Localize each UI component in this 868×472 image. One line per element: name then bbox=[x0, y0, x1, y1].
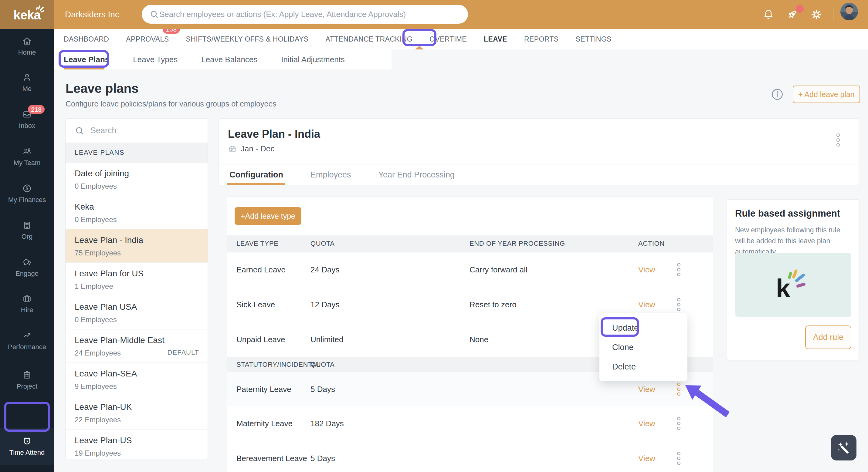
sidebar-item-my-finances[interactable]: My Finances bbox=[0, 183, 54, 204]
list-item-keka[interactable]: Keka 0 Employees bbox=[66, 196, 208, 229]
hire-icon bbox=[22, 293, 32, 304]
magic-wand-button[interactable] bbox=[831, 435, 857, 461]
sidebar-label: Engage bbox=[0, 270, 54, 278]
sidebar-label: Project bbox=[0, 382, 54, 390]
list-item-leave-plan-uk[interactable]: Leave Plan-UK 22 Employees bbox=[66, 396, 208, 429]
tab-dashboard[interactable]: DASHBOARD bbox=[64, 35, 109, 43]
plans-search-input[interactable] bbox=[90, 126, 191, 135]
sidebar-item-time-attend[interactable]: Time Attend bbox=[0, 435, 54, 457]
magic-wand-icon bbox=[835, 439, 852, 456]
add-leave-type-button[interactable]: +Add leave type bbox=[235, 207, 301, 225]
person-icon bbox=[22, 72, 32, 83]
add-rule-button[interactable]: Add rule bbox=[805, 325, 851, 349]
list-item-leave-plan-us[interactable]: Leave Plan-US 19 Employees bbox=[66, 429, 208, 459]
tab-employees[interactable]: Employees bbox=[310, 164, 351, 185]
plans-list-header: LEAVE PLANS bbox=[66, 143, 208, 162]
view-link[interactable]: View bbox=[638, 300, 655, 309]
tab-approvals[interactable]: APPROVALS 108 bbox=[126, 35, 169, 43]
global-search[interactable] bbox=[142, 5, 468, 24]
team-icon bbox=[22, 146, 32, 157]
rule-panel-illustration: k bbox=[735, 253, 851, 317]
sidebar-label: Hire bbox=[0, 306, 54, 314]
list-item-leave-plan-middle-east[interactable]: Leave Plan-Middle East 24 Employees DEFA… bbox=[66, 329, 208, 363]
leave-plans-list-panel: LEAVE PLANS Date of joining 0 Employees … bbox=[65, 118, 208, 459]
list-item-leave-plan-sea[interactable]: Leave Plan-SEA 9 Employees bbox=[66, 363, 208, 396]
view-link[interactable]: View bbox=[638, 454, 655, 463]
tab-leave[interactable]: LEAVE bbox=[484, 35, 507, 43]
row-overflow-menu-icon[interactable] bbox=[677, 416, 680, 432]
tab-overtime[interactable]: OVERTIME bbox=[429, 35, 467, 43]
module-nav: DASHBOARD APPROVALS 108 SHIFTS/WEEKLY OF… bbox=[54, 29, 868, 50]
tab-attendance-tracking[interactable]: ATTENDANCE TRACKING bbox=[326, 35, 413, 43]
sidebar-label: My Finances bbox=[0, 196, 54, 204]
sidebar-label: Me bbox=[0, 85, 54, 93]
menu-item-clone[interactable]: Clone bbox=[599, 338, 687, 357]
sidebar: Home Me 218 Inbox My Team bbox=[0, 29, 54, 472]
tab-settings[interactable]: SETTINGS bbox=[576, 35, 612, 43]
info-icon[interactable] bbox=[770, 87, 784, 101]
subtab-leave-plans[interactable]: Leave Plans bbox=[64, 55, 109, 64]
time-attend-icon bbox=[22, 435, 32, 446]
row-overflow-menu-icon-active[interactable] bbox=[677, 381, 680, 397]
keka-logo-sparks-icon bbox=[35, 5, 45, 14]
plan-detail-header: Leave Plan - India Jan - Dec Configurati… bbox=[219, 118, 859, 185]
view-link[interactable]: View bbox=[638, 265, 655, 275]
active-tab-caret bbox=[415, 46, 424, 50]
page-subtitle: Configure leave policies/plans for vario… bbox=[66, 99, 277, 108]
list-item-leave-plan-usa[interactable]: Leave Plan USA 0 Employees bbox=[66, 296, 208, 329]
sidebar-label: Performance bbox=[0, 343, 54, 351]
row-overflow-menu-icon[interactable] bbox=[677, 262, 680, 278]
menu-item-delete[interactable]: Delete bbox=[599, 357, 687, 376]
menu-item-update[interactable]: Update bbox=[599, 318, 687, 338]
tab-year-end-processing[interactable]: Year End Processing bbox=[378, 164, 455, 185]
tab-reports[interactable]: REPORTS bbox=[524, 35, 559, 43]
subtab-leave-types[interactable]: Leave Types bbox=[133, 55, 178, 64]
sidebar-label: My Team bbox=[0, 159, 54, 167]
subtab-leave-balances[interactable]: Leave Balances bbox=[201, 55, 257, 64]
list-item-date-of-joining[interactable]: Date of joining 0 Employees bbox=[66, 162, 208, 196]
subtab-initial-adjustments[interactable]: Initial Adjustments bbox=[281, 55, 345, 64]
sidebar-item-performance[interactable]: Performance bbox=[0, 331, 54, 351]
sidebar-label: Org bbox=[0, 233, 54, 241]
table-row-earned-leave: Earned Leave 24 Days Carry forward all V… bbox=[227, 252, 713, 287]
gear-icon[interactable] bbox=[810, 8, 823, 21]
sidebar-label: Inbox bbox=[0, 122, 54, 130]
plans-search[interactable] bbox=[66, 119, 208, 143]
sidebar-item-home[interactable]: Home bbox=[0, 36, 54, 56]
global-search-input[interactable] bbox=[159, 10, 463, 19]
view-link[interactable]: View bbox=[638, 384, 655, 394]
top-bar: keka Darksiders Inc bbox=[0, 0, 868, 29]
add-leave-plan-button[interactable]: + Add leave plan bbox=[793, 86, 860, 103]
rocket-notification-dot bbox=[796, 5, 804, 13]
keka-logo[interactable]: keka bbox=[0, 0, 54, 29]
keka-k-logo: k bbox=[774, 266, 813, 303]
calendar-icon bbox=[228, 145, 237, 154]
row-overflow-menu-icon[interactable] bbox=[677, 450, 680, 467]
sidebar-item-my-team[interactable]: My Team bbox=[0, 146, 54, 167]
table-row-bereavement-leave: Bereavement Leave 5 Days View bbox=[227, 441, 713, 472]
search-icon bbox=[149, 9, 159, 20]
rule-panel-description: New employees following this rule will b… bbox=[735, 224, 850, 257]
tab-configuration[interactable]: Configuration bbox=[229, 164, 283, 185]
row-context-menu: Update Clone Delete bbox=[599, 313, 687, 381]
list-item-leave-plan-for-us[interactable]: Leave Plan for US 1 Employee bbox=[66, 262, 208, 296]
rule-panel-title: Rule based assignment bbox=[735, 208, 840, 219]
user-avatar[interactable] bbox=[840, 3, 858, 20]
tab-shifts[interactable]: SHIFTS/WEEKLY OFFS & HOLIDAYS bbox=[186, 35, 309, 43]
sidebar-item-org[interactable]: Org bbox=[0, 220, 54, 241]
plan-period-text: Jan - Dec bbox=[241, 144, 274, 154]
rule-based-assignment-panel: Rule based assignment New employees foll… bbox=[727, 199, 859, 360]
bell-icon[interactable] bbox=[762, 8, 775, 21]
sidebar-item-inbox[interactable]: 218 Inbox bbox=[0, 109, 54, 130]
finances-icon bbox=[22, 183, 32, 193]
performance-icon bbox=[22, 331, 32, 341]
sidebar-item-project[interactable]: Project bbox=[0, 370, 54, 390]
list-item-leave-plan-india[interactable]: Leave Plan - India 75 Employees bbox=[66, 229, 208, 262]
sidebar-item-hire[interactable]: Hire bbox=[0, 293, 54, 314]
plan-overflow-menu-icon[interactable] bbox=[836, 132, 840, 148]
view-link[interactable]: View bbox=[638, 419, 655, 428]
sidebar-item-me[interactable]: Me bbox=[0, 72, 54, 93]
sidebar-item-engage[interactable]: Engage bbox=[0, 257, 54, 278]
row-overflow-menu-icon[interactable] bbox=[677, 297, 680, 313]
page-title: Leave plans bbox=[66, 81, 138, 96]
